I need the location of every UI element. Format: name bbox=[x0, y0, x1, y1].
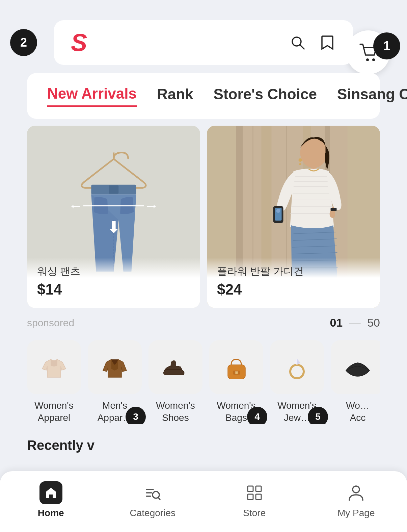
store-icon bbox=[243, 481, 266, 504]
tab-stores-choice[interactable]: Store's Choice bbox=[214, 86, 317, 106]
nav-categories-label: Categories bbox=[130, 508, 175, 518]
svg-marker-46 bbox=[297, 359, 300, 365]
sponsored-label: sponsored bbox=[27, 317, 74, 329]
badge-4: 4 bbox=[247, 407, 267, 424]
category-womens-apparel[interactable]: Women'sApparel bbox=[27, 340, 81, 424]
svg-rect-43 bbox=[236, 372, 238, 374]
header-icons bbox=[289, 34, 336, 51]
product-card-2[interactable]: 플라워 반팔 가디건 $24 bbox=[207, 126, 380, 308]
product-price-1: $14 bbox=[37, 281, 190, 298]
product-info-1: 워싱 팬츠 $14 bbox=[27, 258, 200, 308]
tabs-bar: New Arrivals Rank Store's Choice Sinsang… bbox=[27, 73, 380, 119]
womens-apparel-icon bbox=[27, 340, 81, 394]
bookmark-button[interactable] bbox=[319, 34, 336, 51]
svg-point-34 bbox=[299, 163, 301, 165]
svg-point-26 bbox=[276, 209, 280, 213]
categories-icon bbox=[141, 481, 164, 504]
products-area: 워싱 팬츠 $14 ← → ⬇ bbox=[27, 126, 380, 308]
category-womens-bags[interactable]: Women'sBags 4 bbox=[209, 340, 263, 424]
category-womens-shoes[interactable]: Women'sShoes bbox=[148, 340, 202, 424]
category-label-womens-acc: Wo…Acc bbox=[346, 400, 370, 424]
svg-point-33 bbox=[299, 158, 302, 162]
nav-home[interactable]: Home bbox=[0, 481, 102, 518]
category-mens-apparel[interactable]: Men'sAppar… 3 bbox=[88, 340, 142, 424]
sponsored-row: sponsored 01 — 50 bbox=[27, 316, 380, 329]
categories-row: Women'sApparel Men'sAppar… 3 Women'sShoe… bbox=[27, 340, 380, 424]
pagination: 01 — 50 bbox=[330, 316, 380, 329]
recently-section: Recently v bbox=[27, 438, 380, 453]
svg-rect-6 bbox=[109, 185, 118, 194]
womens-shoes-icon bbox=[148, 340, 202, 394]
nav-categories[interactable]: Categories bbox=[102, 481, 204, 518]
svg-rect-56 bbox=[256, 494, 261, 500]
category-label-womens-shoes: Women'sShoes bbox=[156, 400, 195, 424]
nav-home-label: Home bbox=[38, 508, 64, 518]
product-price-2: $24 bbox=[217, 281, 370, 298]
svg-line-52 bbox=[158, 498, 160, 500]
header: S bbox=[54, 20, 353, 65]
search-button[interactable] bbox=[289, 34, 306, 51]
svg-point-3 bbox=[372, 58, 375, 61]
tab-sinsang-c[interactable]: Sinsang C bbox=[337, 86, 407, 106]
pagination-current: 01 bbox=[330, 316, 343, 329]
tab-new-arrivals[interactable]: New Arrivals bbox=[47, 85, 137, 107]
category-womens-jewelry[interactable]: Women'sJew… 5 bbox=[270, 340, 324, 424]
pagination-separator: — bbox=[349, 316, 361, 329]
tab-rank[interactable]: Rank bbox=[157, 86, 193, 106]
recently-label: Recently v bbox=[27, 438, 94, 453]
nav-store[interactable]: Store bbox=[204, 481, 305, 518]
product-card-1[interactable]: 워싱 팬츠 $14 ← → ⬇ bbox=[27, 126, 200, 308]
nav-mypage-label: My Page bbox=[337, 508, 375, 518]
svg-rect-55 bbox=[248, 494, 253, 500]
svg-point-44 bbox=[290, 365, 304, 378]
svg-rect-53 bbox=[248, 486, 253, 491]
svg-point-2 bbox=[366, 58, 369, 61]
category-womens-acc[interactable]: Wo…Acc bbox=[331, 340, 380, 424]
product-info-2: 플라워 반팔 가디건 $24 bbox=[207, 258, 380, 308]
mypage-icon bbox=[345, 481, 368, 504]
nav-mypage[interactable]: My Page bbox=[305, 481, 407, 518]
svg-point-57 bbox=[353, 486, 359, 493]
app-logo: S bbox=[71, 30, 87, 55]
product-name-1: 워싱 팬츠 bbox=[37, 264, 190, 278]
size-arrows: ← → ⬇ bbox=[69, 197, 159, 236]
home-icon bbox=[39, 481, 62, 504]
mens-apparel-icon bbox=[88, 340, 142, 394]
tab-badge: 2 bbox=[10, 29, 37, 56]
womens-jewelry-icon bbox=[270, 340, 324, 394]
category-label-womens-apparel: Women'sApparel bbox=[34, 400, 73, 424]
svg-marker-47 bbox=[294, 359, 297, 365]
womens-acc-icon bbox=[331, 340, 380, 394]
svg-rect-35 bbox=[331, 208, 337, 211]
nav-store-label: Store bbox=[243, 508, 266, 518]
badge-5: 5 bbox=[308, 407, 328, 424]
pagination-total: 50 bbox=[367, 316, 380, 329]
bottom-nav: Home Categories Store bbox=[0, 471, 407, 532]
cart-badge: 1 bbox=[373, 32, 400, 59]
womens-bags-icon bbox=[209, 340, 263, 394]
svg-rect-54 bbox=[256, 486, 261, 491]
badge-3: 3 bbox=[126, 407, 146, 424]
svg-line-1 bbox=[300, 45, 304, 49]
product-name-2: 플라워 반팔 가디건 bbox=[217, 264, 370, 278]
